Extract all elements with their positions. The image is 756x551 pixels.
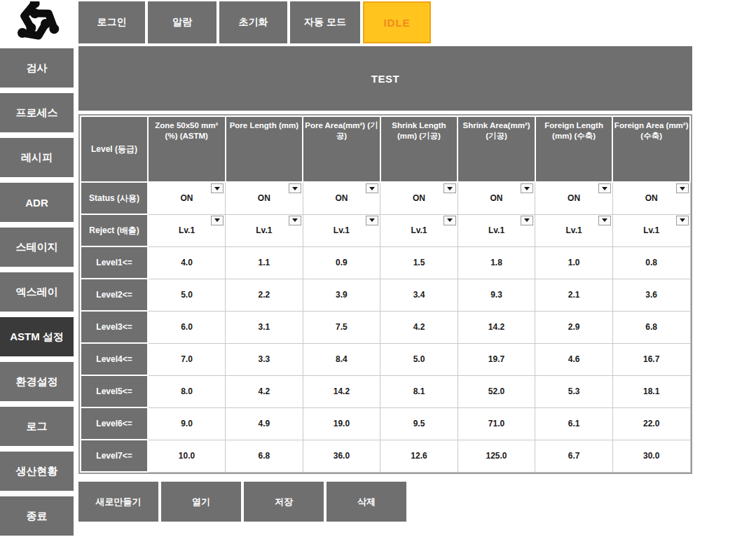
sidebar-item-environment-settings[interactable]: 환경설정 (0, 362, 74, 401)
combo-arrow-down-icon[interactable] (211, 183, 224, 193)
level4-value-col1[interactable]: 7.0 (148, 343, 226, 375)
level4-value-col5[interactable]: 19.7 (458, 343, 535, 375)
reject-select-1[interactable]: Lv.1 (148, 214, 226, 246)
combo-arrow-down-icon[interactable] (521, 216, 533, 225)
sidebar-item-exit[interactable]: 종료 (0, 496, 74, 536)
level6-value-col6[interactable]: 6.1 (535, 407, 613, 440)
sidebar-item-production-status[interactable]: 생산현황 (0, 452, 74, 491)
initialize-button[interactable]: 초기화 (219, 1, 287, 43)
status-select-7[interactable]: ON (612, 182, 690, 214)
combo-arrow-down-icon[interactable] (444, 183, 456, 193)
level2-value-col1[interactable]: 5.0 (148, 279, 226, 311)
reject-select-2[interactable]: Lv.1 (226, 214, 303, 246)
combo-arrow-down-icon[interactable] (521, 183, 533, 193)
level5-value-col2[interactable]: 4.2 (226, 375, 303, 407)
combo-arrow-down-icon[interactable] (676, 183, 689, 193)
level4-value-col2[interactable]: 3.3 (226, 343, 303, 375)
level1-value-col4[interactable]: 1.5 (380, 246, 458, 279)
combo-arrow-down-icon[interactable] (598, 216, 611, 225)
combo-arrow-down-icon[interactable] (444, 216, 456, 225)
level3-value-col5[interactable]: 14.2 (458, 311, 535, 343)
level5-value-col7[interactable]: 18.1 (612, 375, 690, 407)
level4-value-col7[interactable]: 16.7 (612, 343, 690, 375)
level1-value-col3[interactable]: 0.9 (303, 246, 380, 279)
level7-value-col6[interactable]: 6.7 (535, 440, 613, 472)
status-select-3[interactable]: ON (303, 182, 380, 214)
open-button[interactable]: 열기 (161, 482, 241, 522)
level7-value-col1[interactable]: 10.0 (148, 440, 226, 472)
level4-value-col4[interactable]: 5.0 (380, 343, 458, 375)
sidebar-item-log[interactable]: 로그 (0, 407, 74, 446)
delete-button[interactable]: 삭제 (327, 482, 406, 522)
combo-arrow-down-icon[interactable] (598, 183, 611, 193)
page-title: TEST (371, 73, 399, 85)
level2-value-col4[interactable]: 3.4 (380, 279, 458, 311)
level5-value-col6[interactable]: 5.3 (535, 375, 613, 407)
level2-value-col5[interactable]: 9.3 (458, 279, 535, 311)
level4-value-col3[interactable]: 8.4 (303, 343, 380, 375)
level3-value-col6[interactable]: 2.9 (535, 311, 613, 343)
level1-value-col2[interactable]: 1.1 (226, 246, 303, 279)
new-button[interactable]: 새로만들기 (78, 482, 158, 522)
level2-value-col6[interactable]: 2.1 (535, 279, 613, 311)
level7-value-col4[interactable]: 12.6 (380, 440, 458, 472)
level6-value-col5[interactable]: 71.0 (458, 407, 535, 440)
level3-value-col3[interactable]: 7.5 (303, 311, 380, 343)
level7-value-col7[interactable]: 30.0 (612, 440, 690, 472)
save-button[interactable]: 저장 (244, 482, 324, 522)
sidebar-item-stage[interactable]: 스테이지 (0, 228, 74, 267)
reject-select-5[interactable]: Lv.1 (458, 214, 535, 246)
level6-value-col3[interactable]: 19.0 (303, 407, 380, 440)
login-button[interactable]: 로그인 (78, 1, 145, 43)
status-select-4[interactable]: ON (380, 182, 458, 214)
combo-arrow-down-icon[interactable] (289, 216, 301, 225)
level2-value-col3[interactable]: 3.9 (303, 279, 380, 311)
level1-value-col6[interactable]: 1.0 (535, 246, 613, 279)
level2-value-col2[interactable]: 2.2 (226, 279, 303, 311)
level3-value-col7[interactable]: 6.8 (612, 311, 690, 343)
sidebar-item-recipe[interactable]: 레시피 (0, 138, 74, 177)
level6-value-col2[interactable]: 4.9 (226, 407, 303, 440)
sidebar-item-adr[interactable]: ADR (0, 183, 74, 222)
reject-select-7[interactable]: Lv.1 (612, 214, 690, 246)
level1-value-col7[interactable]: 0.8 (612, 246, 690, 279)
level4-value-col6[interactable]: 4.6 (535, 343, 613, 375)
level6-value-col7[interactable]: 22.0 (612, 407, 690, 440)
alarm-button[interactable]: 알람 (148, 1, 217, 43)
level6-value-col4[interactable]: 9.5 (380, 407, 458, 440)
action-button-row: 새로만들기열기저장삭제 (78, 482, 406, 522)
level-row-5: Level5<=8.04.214.28.152.05.318.1 (81, 375, 690, 407)
reject-select-6[interactable]: Lv.1 (535, 214, 613, 246)
level1-value-col5[interactable]: 1.8 (458, 246, 535, 279)
reject-select-3[interactable]: Lv.1 (303, 214, 380, 246)
level-row-1: Level1<=4.01.10.91.51.81.00.8 (81, 246, 690, 279)
reject-select-4[interactable]: Lv.1 (380, 214, 458, 246)
level5-value-col5[interactable]: 52.0 (458, 375, 535, 407)
sidebar-item-astm-settings[interactable]: ASTM 설정 (0, 317, 74, 356)
sidebar-item-process[interactable]: 프로세스 (0, 93, 74, 132)
level5-value-col4[interactable]: 8.1 (380, 375, 458, 407)
level7-value-col5[interactable]: 125.0 (458, 440, 535, 472)
level7-value-col2[interactable]: 6.8 (226, 440, 303, 472)
level1-value-col1[interactable]: 4.0 (148, 246, 226, 279)
level5-value-col3[interactable]: 14.2 (303, 375, 380, 407)
sidebar-item-inspection[interactable]: 검사 (0, 48, 74, 88)
level2-value-col7[interactable]: 3.6 (612, 279, 690, 311)
status-select-5[interactable]: ON (458, 182, 535, 214)
level3-value-col2[interactable]: 3.1 (226, 311, 303, 343)
sidebar-item-xray[interactable]: 엑스레이 (0, 272, 74, 312)
combo-arrow-down-icon[interactable] (289, 183, 301, 193)
level6-value-col1[interactable]: 9.0 (148, 407, 226, 440)
level7-value-col3[interactable]: 36.0 (303, 440, 380, 472)
status-select-1[interactable]: ON (148, 182, 226, 214)
combo-arrow-down-icon[interactable] (676, 216, 689, 225)
status-select-6[interactable]: ON (535, 182, 613, 214)
auto-mode-button[interactable]: 자동 모드 (290, 1, 360, 43)
level3-value-col1[interactable]: 6.0 (148, 311, 226, 343)
level3-value-col4[interactable]: 4.2 (380, 311, 458, 343)
combo-arrow-down-icon[interactable] (211, 216, 224, 225)
combo-arrow-down-icon[interactable] (366, 183, 378, 193)
level5-value-col1[interactable]: 8.0 (148, 375, 226, 407)
combo-arrow-down-icon[interactable] (366, 216, 378, 225)
status-select-2[interactable]: ON (226, 182, 303, 214)
